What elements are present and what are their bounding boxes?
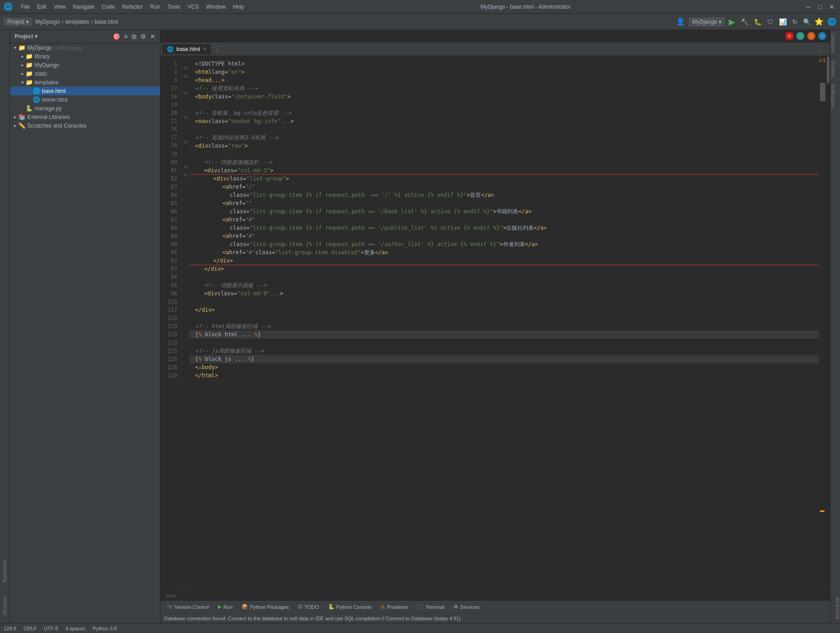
tree-item-home-html[interactable]: 🌐 home.html (10, 95, 160, 104)
minimize-button[interactable]: ─ (804, 3, 813, 10)
line-num: 126 (160, 355, 181, 363)
debug-icon[interactable]: 🐛 (752, 17, 763, 26)
python-console-tab[interactable]: 🐍 Python Console (324, 602, 376, 612)
run-button[interactable]: ▶ (729, 17, 735, 27)
user-icon[interactable]: 👤 (676, 17, 685, 26)
services-tab[interactable]: ⚙ Services (449, 602, 484, 612)
python-packages-tab[interactable]: 📦 Python Packages (237, 602, 294, 612)
breadcrumb-sep: › (62, 19, 63, 25)
panel-settings-icon[interactable]: ⚙ (139, 32, 147, 41)
more-actions-icon[interactable]: 🌐 (827, 17, 836, 26)
app-logo: 🌐 (4, 2, 13, 11)
tree-item-mydjango[interactable]: ▾ 📁 MyDjango D:\MyDjango (10, 43, 160, 52)
breadcrumb-file[interactable]: base.html (94, 19, 118, 25)
run-config-arrow: ▾ (719, 19, 721, 25)
profile-icon[interactable]: 📊 (777, 17, 788, 26)
bookmarks-panel-label[interactable]: Bookmarks (2, 556, 7, 586)
word-book-panel-label[interactable]: Word Book (830, 593, 840, 623)
edge-icon[interactable] (818, 32, 826, 40)
tree-item-mydjango-pkg[interactable]: ▸ 📁 MyDjango (10, 61, 160, 69)
menu-window[interactable]: Window (203, 3, 228, 11)
structure-panel-label[interactable]: Structure (2, 593, 7, 619)
coverage-icon[interactable]: 🛡 (765, 17, 775, 26)
run-configuration[interactable]: MyDjango ▾ (689, 17, 725, 26)
close-button[interactable]: ✕ (827, 3, 836, 10)
line-num: 91 (160, 248, 181, 257)
line-num: 86 (160, 207, 181, 216)
intellij-browser-icon[interactable]: I (785, 32, 794, 40)
database-panel-label[interactable]: Database (830, 30, 840, 57)
tab-more-button[interactable]: ⋮ (213, 45, 220, 53)
line-num: 85 (160, 199, 181, 207)
menu-refactor[interactable]: Refactor (119, 3, 145, 11)
fold-icon[interactable]: ⊖ (181, 138, 189, 146)
menu-tools[interactable]: Tools (165, 3, 183, 11)
breadcrumb-templates[interactable]: templates (65, 19, 89, 25)
menu-navigate[interactable]: Navigate (70, 3, 97, 11)
fold-icon[interactable]: ⊖ (181, 64, 189, 72)
expand-all-icon[interactable]: ⊞ (130, 32, 138, 41)
tree-item-library[interactable]: ▸ 📁 library (10, 52, 160, 61)
line-num: 123 (160, 339, 181, 347)
fold-icon[interactable]: ⊖ (181, 171, 189, 179)
code-line-84: class="list-group-item {% if request.pat… (190, 191, 819, 199)
editor-tab-base-html[interactable]: 🌐 base.html ✕ (162, 44, 211, 54)
tree-item-templates[interactable]: ▾ 📁 templates (10, 78, 160, 87)
tree-item-base-html[interactable]: 🌐 base.html (10, 87, 160, 95)
locate-icon[interactable]: 🎯 (112, 32, 121, 41)
fold-icon[interactable]: ⊖ (181, 72, 189, 81)
menu-edit[interactable]: Edit (34, 3, 49, 11)
close-panel-icon[interactable]: ✕ (149, 32, 156, 41)
menu-run[interactable]: Run (147, 3, 163, 11)
tree-item-external-libs[interactable]: ▸ 📚 External Libraries (10, 113, 160, 121)
vertical-scrollbar[interactable] (826, 56, 830, 591)
menu-code[interactable]: Code (99, 3, 118, 11)
line-num: 17 (160, 84, 181, 93)
menu-view[interactable]: View (51, 3, 68, 11)
tab-close-button[interactable]: ✕ (203, 46, 206, 51)
console-label: Python Console (336, 604, 372, 610)
scrollbar-thumb[interactable] (827, 56, 830, 83)
line-num: 78 (160, 142, 181, 150)
pkg-icon: 📦 (242, 604, 248, 610)
sciview-panel-label[interactable]: SciView (830, 57, 840, 80)
problems-tab[interactable]: ⚠ Problems (376, 602, 412, 612)
maximize-button[interactable]: □ (816, 3, 824, 10)
build-icon[interactable]: 🔨 (739, 17, 750, 26)
menu-help[interactable]: Help (230, 3, 247, 11)
code-content[interactable]: <!DOCTYPE html> <html lang="en"> <head..… (190, 56, 819, 591)
terminal-tab[interactable]: ⬛ Terminal (413, 602, 449, 612)
tree-item-scratches[interactable]: ▸ ✏️ Scratches and Consoles (10, 121, 160, 130)
panel-toolbar: Project ▾ 🎯 ≡ ⊞ ⚙ ✕ (10, 30, 160, 43)
notifications-panel-label[interactable]: Notifications (830, 80, 840, 112)
tree-arrow (26, 97, 33, 102)
fold-icon[interactable]: ⊖ (181, 163, 189, 171)
highlighted-code-block: <div class="list-group"> <a href="/" cla… (190, 175, 819, 265)
code-editor[interactable]: 1 2 3 17 18 19 20 21 76 77 78 79 80 81 8… (160, 56, 830, 591)
menu-file[interactable]: File (18, 3, 32, 11)
bottom-toolbar: ⌥ Version Control ▶ Run 📦 Python Package… (160, 600, 830, 613)
collapse-all-icon[interactable]: ≡ (123, 32, 129, 41)
fold-icon[interactable]: ⊖ (181, 113, 189, 122)
editor-more-icon[interactable]: ⋮ (814, 45, 828, 53)
firefox-icon[interactable] (807, 32, 815, 40)
toolbar-right: 👤 MyDjango ▾ ▶ 🔨 🐛 🛡 📊 ↻ 🔍 ⭐ 🌐 (676, 17, 836, 27)
refresh-icon[interactable]: ↻ (790, 17, 799, 26)
line-num: 125 (160, 347, 181, 355)
code-line-126: {% block js ... %} (190, 355, 819, 363)
version-control-tab[interactable]: ⌥ Version Control (162, 602, 213, 612)
breadcrumb-root[interactable]: MyDjango (35, 19, 60, 25)
line-num: 2 (160, 68, 181, 76)
tree-item-static[interactable]: ▸ 📁 static (10, 69, 160, 78)
settings-icon[interactable]: ⭐ (814, 17, 824, 26)
run-tab[interactable]: ▶ Run (213, 602, 237, 612)
chrome-icon[interactable] (796, 32, 804, 40)
tree-item-manage-py[interactable]: 🐍 manage.py (10, 104, 160, 113)
project-label: Project (7, 19, 24, 25)
project-dropdown[interactable]: Project ▾ (4, 18, 32, 26)
menu-vcs[interactable]: VCS (185, 3, 201, 11)
search-icon[interactable]: 🔍 (803, 18, 811, 26)
todo-tab[interactable]: ☑ TODO (294, 602, 324, 612)
fold-icon[interactable] (181, 56, 189, 64)
fold-icon[interactable]: ⊖ (181, 89, 189, 97)
